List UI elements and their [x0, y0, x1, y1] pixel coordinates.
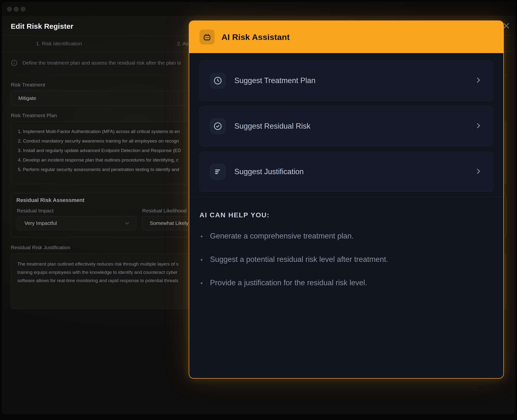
- list-item: • Generate a comprehensive treatment pla…: [199, 232, 493, 240]
- risk-treatment-label: Risk Treatment: [11, 82, 45, 88]
- chevron-right-icon: [474, 167, 482, 176]
- tab-assessment[interactable]: 2. As: [177, 36, 189, 51]
- divider: [189, 197, 503, 198]
- residual-impact-label: Residual Impact: [17, 208, 54, 214]
- modal-body: Suggest Treatment Plan Suggest Residual …: [189, 53, 503, 287]
- ai-help-section: AI CAN HELP YOU: • Generate a comprehens…: [199, 211, 493, 287]
- traffic-light-icon[interactable]: [7, 7, 12, 12]
- ai-help-heading: AI CAN HELP YOU:: [199, 211, 493, 219]
- bot-icon-tile: [199, 29, 215, 45]
- info-text: Define the treatment plan and assess the…: [22, 60, 181, 66]
- residual-impact-select[interactable]: Very Impactful: [17, 216, 136, 230]
- info-banner: Define the treatment plan and assess the…: [11, 59, 181, 66]
- modal-title: AI Risk Assistant: [221, 32, 290, 42]
- list-item: • Provide a justification for the residu…: [199, 278, 493, 287]
- residual-likelihood-label: Residual Likelihood: [142, 208, 187, 214]
- robot-icon: [202, 32, 212, 42]
- action-icon-tile: [210, 118, 226, 134]
- ai-help-list: • Generate a comprehensive treatment pla…: [199, 232, 493, 287]
- check-circle-icon: [213, 122, 222, 131]
- chevron-right-icon: [474, 122, 482, 131]
- suggest-treatment-plan-button[interactable]: Suggest Treatment Plan: [199, 60, 493, 101]
- list-item: • Suggest a potential residual risk leve…: [199, 255, 493, 264]
- tab-risk-identification[interactable]: 1. Risk Identification: [36, 36, 82, 51]
- residual-section-heading: Residual Risk Assessment: [16, 197, 84, 203]
- ai-risk-assistant-modal: AI Risk Assistant Suggest Treatment Plan…: [189, 20, 504, 379]
- suggest-justification-button[interactable]: Suggest Justification: [199, 152, 493, 192]
- suggest-residual-risk-button[interactable]: Suggest Residual Risk: [199, 106, 493, 146]
- clock-icon: [213, 76, 222, 85]
- bullet-text: Generate a comprehensive treatment plan.: [210, 232, 354, 240]
- bullet-text: Suggest a potential residual risk level …: [210, 255, 388, 264]
- bullet-icon: •: [200, 233, 203, 240]
- action-label: Suggest Treatment Plan: [234, 76, 316, 85]
- bullet-text: Provide a justification for the residual…: [210, 278, 367, 287]
- page-title: Edit Risk Register: [11, 22, 73, 30]
- traffic-light-icon[interactable]: [14, 7, 19, 12]
- window-titlebar: [2, 2, 515, 16]
- bullet-icon: •: [200, 256, 203, 264]
- action-label: Suggest Justification: [234, 167, 304, 176]
- bullet-icon: •: [200, 279, 203, 287]
- modal-header: AI Risk Assistant: [189, 21, 503, 53]
- residual-justification-label: Residual Risk Justification: [11, 245, 70, 250]
- action-label: Suggest Residual Risk: [234, 122, 310, 131]
- risk-treatment-plan-label: Risk Treatment Plan: [11, 113, 57, 118]
- align-left-icon: [213, 167, 222, 176]
- chevron-right-icon: [474, 76, 482, 85]
- info-icon: [11, 59, 18, 66]
- chevron-down-icon: [124, 220, 130, 226]
- action-icon-tile: [210, 164, 226, 180]
- traffic-light-icon[interactable]: [20, 7, 26, 12]
- residual-impact-value: Very Impactful: [24, 220, 124, 226]
- action-icon-tile: [210, 73, 226, 88]
